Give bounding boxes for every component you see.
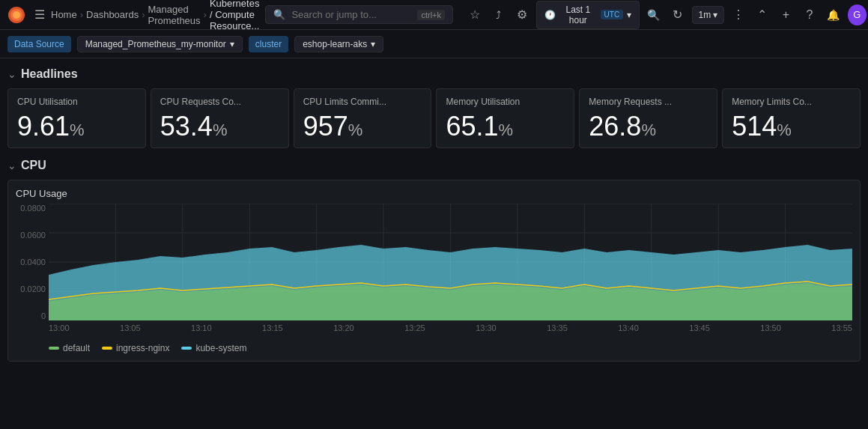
time-range-chevron: ▾ [627,10,631,20]
dashboard: ⌄ Headlines CPU Utilisation 9.61% CPU Re… [0,58,868,368]
breadcrumb: Home › Dashboards › Managed Prometheus ›… [51,0,259,31]
x-label-10: 13:50 [760,323,781,338]
legend-item-ingress: ingress-nginx [102,343,169,353]
chart-legend: default ingress-nginx kube-system [16,343,852,353]
time-range-label: Last 1 hour [559,4,597,25]
x-label-6: 13:30 [476,323,497,338]
collapse-button[interactable]: ⌃ [753,4,772,25]
legend-color-ingress [102,347,112,350]
metric-value-4: 26.8% [589,113,708,140]
cpu-section: ⌄ CPU CPU Usage 0.0800 0.0600 0.0400 0.0… [7,156,861,362]
x-label-11: 13:55 [831,323,852,338]
headlines-title: Headlines [21,67,78,81]
x-label-7: 13:35 [547,323,568,338]
interval-label: 1m [699,10,711,20]
y-label-3: 0.0200 [16,285,46,293]
legend-color-default [49,347,59,350]
more-options-button[interactable]: ⋮ [729,4,748,25]
toolbar: Data Source Managed_Prometheus_my-monito… [0,30,868,58]
metric-card-2: CPU Limits Commi... 957% [294,88,432,148]
add-panel-button[interactable]: + [777,4,796,25]
legend-label-kube: kube-system [195,343,246,353]
share-button[interactable]: ⤴ [489,4,509,25]
x-label-9: 13:45 [689,323,710,338]
x-label-0: 13:00 [49,323,70,338]
breadcrumb-sep-2: › [142,9,145,20]
y-label-2: 0.0400 [16,258,46,267]
time-range-button[interactable]: 🕐 Last 1 hour UTC ▾ [536,1,640,29]
headlines-chevron: ⌄ [7,68,16,80]
breadcrumb-sep-1: › [80,9,83,20]
notifications-button[interactable]: 🔔 [824,4,843,25]
breadcrumb-managed-prometheus[interactable]: Managed Prometheus [148,4,200,26]
search-bar: 🔍 ctrl+k [265,5,453,24]
headlines-section-header[interactable]: ⌄ Headlines [7,64,861,84]
y-label-1: 0.0600 [16,231,46,240]
cpu-chart-title: CPU Usage [16,188,852,199]
utc-badge: UTC [601,10,624,19]
grafana-logo [7,4,25,25]
chart-plot [49,204,852,320]
cpu-chart-container: CPU Usage 0.0800 0.0600 0.0400 0.0200 0 [7,180,861,362]
metric-card-4: Memory Requests ... 26.8% [579,88,717,148]
legend-color-kube [181,347,192,350]
cpu-section-header[interactable]: ⌄ CPU [7,156,861,175]
cluster-select[interactable]: eshop-learn-aks ▾ [294,36,383,52]
search-kbd: ctrl+k [417,10,445,20]
metric-value-5: 514% [732,113,851,140]
cluster-value: eshop-learn-aks [303,39,367,49]
cpu-chevron: ⌄ [7,159,16,171]
interval-button[interactable]: 1m ▾ [692,6,725,24]
breadcrumb-dashboards[interactable]: Dashboards [86,9,139,20]
search-icon: 🔍 [273,9,285,20]
cluster-chevron: ▾ [371,39,375,49]
legend-item-kube: kube-system [181,343,246,353]
legend-label-ingress: ingress-nginx [116,343,169,353]
x-label-1: 13:05 [120,323,141,338]
y-axis: 0.0800 0.0600 0.0400 0.0200 0 [16,204,49,320]
breadcrumb-sep-3: › [204,9,207,20]
x-label-2: 13:10 [191,323,212,338]
metric-card-3: Memory Utilisation 65.1% [436,88,574,148]
x-label-5: 13:25 [404,323,425,338]
cluster-label: cluster [249,36,288,52]
legend-item-default: default [49,343,90,353]
refresh-button[interactable]: ↻ [668,4,688,25]
x-label-3: 13:15 [262,323,283,338]
y-label-4: 0 [16,311,46,320]
metric-label-4: Memory Requests ... [589,97,708,107]
metric-label-3: Memory Utilisation [446,97,565,107]
settings-button[interactable]: ⚙ [512,4,532,25]
nav-actions: ☆ ⤴ ⚙ 🕐 Last 1 hour UTC ▾ 🔍 ↻ 1m ▾ ⋮ ⌃ +… [465,1,867,29]
metric-value-3: 65.1% [446,113,565,140]
legend-label-default: default [63,343,90,353]
data-source-chevron: ▾ [230,39,234,49]
svg-point-2 [13,11,20,19]
zoom-out-button[interactable]: 🔍 [644,4,664,25]
x-axis: 13:00 13:05 13:10 13:15 13:20 13:25 13:3… [49,323,852,338]
metric-label-0: CPU Utilisation [17,97,136,107]
chart-area: 0.0800 0.0600 0.0400 0.0200 0 [16,204,852,338]
metric-card-0: CPU Utilisation 9.61% [7,88,146,148]
y-label-0: 0.0800 [16,204,46,213]
star-button[interactable]: ☆ [465,4,485,25]
metric-label-2: CPU Limits Commi... [303,97,422,107]
help-button[interactable]: ? [800,4,819,25]
x-label-8: 13:40 [618,323,639,338]
breadcrumb-current: Kubernetes / Compute Resource... [210,0,260,31]
avatar[interactable]: G [848,4,867,25]
search-input[interactable] [291,9,411,20]
data-source-value: Managed_Prometheus_my-monitor [85,39,226,49]
data-source-label: Data Source [7,36,71,52]
cpu-title: CPU [21,159,46,172]
metric-label-1: CPU Requests Co... [160,97,279,107]
breadcrumb-home[interactable]: Home [51,9,77,20]
clock-icon: 🕐 [544,10,556,20]
data-source-select[interactable]: Managed_Prometheus_my-monitor ▾ [77,36,243,52]
interval-chevron: ▾ [713,10,717,20]
metric-card-1: CPU Requests Co... 53.4% [151,88,289,148]
metric-label-5: Memory Limits Co... [732,97,851,107]
metric-card-5: Memory Limits Co... 514% [722,88,861,148]
top-navigation: ☰ Home › Dashboards › Managed Prometheus… [0,0,868,30]
hamburger-menu[interactable]: ☰ [34,4,45,25]
